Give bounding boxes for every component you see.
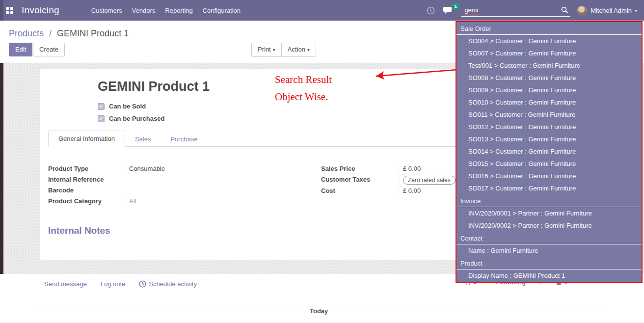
activities-clock-icon[interactable] [427,6,435,15]
user-menu[interactable]: Mitchell Admin ▾ [577,6,637,15]
customer-tax-pill: Zero rated sales [403,176,456,185]
search-result-item[interactable]: Display Name : GEMINI Product 1 [456,269,642,282]
chevron-down-icon: ▾ [273,47,275,53]
breadcrumb-products-link[interactable]: Products [9,28,44,38]
breadcrumb-separator: / [46,28,54,38]
can-be-sold-label: Can be Sold [109,103,146,110]
search-result-item[interactable]: SO011 > Customer : Gemini Furniture [456,108,642,121]
breadcrumb-current: GEMINI Product 1 [57,28,129,38]
field-value: Zero rated sales [399,176,456,185]
can-be-purchased-checkbox: ✔ [98,115,105,122]
field-value: Consumable [125,165,165,173]
search-group-header-invoice: Invoice [456,194,642,207]
can-be-purchased-row: ✔ Can be Purchased [98,115,164,122]
product-title: GEMINI Product 1 [98,79,210,94]
field-value [125,176,129,184]
tab-sales[interactable]: Sales [125,132,161,147]
action-label: Action [288,46,305,53]
divider-line [334,311,607,311]
apps-menu-icon[interactable] [6,7,13,14]
tab-purchase[interactable]: Purchase [161,132,207,147]
print-action-group: Print▾ Action▾ [251,43,316,57]
search-input[interactable]: gemi [461,4,570,17]
field-label: Product Category [48,197,125,205]
search-result-item[interactable]: SO017 > Customer : Gemini Furniture [456,182,642,194]
search-result-item[interactable]: SO007 > Customer : Gemini Furniture [456,47,642,59]
search-result-item[interactable]: SO004 > Customer : Gemini Furniture [456,35,642,47]
menu-configuration[interactable]: Configuration [198,0,245,21]
search-result-item[interactable]: SO008 > Customer : Gemini Furniture [456,72,642,84]
search-result-item[interactable]: INV/2020/0001 > Partner : Gemini Furnitu… [456,207,642,219]
search-results-dropdown: Sale Order SO004 > Customer : Gemini Fur… [456,21,643,283]
field-label: Cost [321,187,399,194]
menu-vendors[interactable]: Vendors [127,0,161,21]
can-be-purchased-label: Can be Purchased [109,115,164,122]
search-result-item[interactable]: SO014 > Customer : Gemini Furniture [456,145,642,158]
can-be-sold-checkbox: ✔ [98,103,105,110]
annotation-line-1: Search Result [275,71,332,88]
main-menu: Customers Vendors Reporting Configuratio… [86,0,245,21]
field-product-type: Product Type Consumable [48,164,284,175]
search-result-item[interactable]: INV/2020/0002 > Partner : Gemini Furnitu… [456,219,642,232]
today-label: Today [303,307,334,315]
field-value: £ 0.00 [399,165,421,173]
action-button[interactable]: Action▾ [281,43,316,57]
field-label: Customer Taxes [321,176,399,183]
left-dark-strip [0,63,3,274]
print-button[interactable]: Print▾ [251,43,281,57]
top-navbar: Invoicing Customers Vendors Reporting Co… [0,0,644,21]
field-label: Sales Price [321,165,399,172]
search-input-value: gemi [464,6,561,14]
field-barcode: Barcode [48,186,284,196]
field-value: £ 0.00 [399,187,421,195]
search-group-header-product: Product [456,257,642,269]
annotation-text: Search Result Object Wise. [275,71,332,106]
chatter-buttons: Send message Log note Schedule activity [44,280,211,288]
annotation-arrow [369,67,458,81]
chevron-down-icon: ▾ [307,47,310,53]
user-avatar [577,6,587,15]
breadcrumb: Products / GEMINI Product 1 [9,28,129,39]
invoicing-app-screen: Invoicing Customers Vendors Reporting Co… [0,0,644,323]
search-result-item[interactable]: SO015 > Customer : Gemini Furniture [456,158,642,170]
field-value [125,187,129,195]
user-name: Mitchell Admin [590,7,632,14]
divider-line [37,311,303,311]
field-label: Internal Reference [48,176,125,183]
search-result-item[interactable]: SO016 > Customer : Gemini Furniture [456,170,642,182]
search-result-item[interactable]: SO010 > Customer : Gemini Furniture [456,96,642,108]
send-message-button[interactable]: Send message [44,280,87,288]
clock-icon [139,280,146,288]
menu-customers[interactable]: Customers [86,0,127,21]
edit-button[interactable]: Edit [9,43,32,56]
search-result-item[interactable]: SO012 > Customer : Gemini Furniture [456,121,642,133]
search-result-item[interactable]: Name : Gemini Furniture [456,244,642,257]
messages-icon[interactable]: 1 [443,6,454,15]
chevron-down-icon: ▾ [635,8,637,13]
schedule-activity-label: Schedule activity [149,280,197,288]
internal-notes-heading: Internal Notes [48,225,110,236]
messages-badge: 1 [452,3,459,10]
menu-reporting[interactable]: Reporting [160,0,197,21]
search-icon[interactable] [561,6,568,14]
search-result-item[interactable]: SO009 > Customer : Gemini Furniture [456,84,642,96]
app-name[interactable]: Invoicing [22,5,59,16]
create-button[interactable]: Create [33,43,65,56]
field-product-category: Product Category All [48,196,284,207]
can-be-sold-row: ✔ Can be Sold [98,103,146,110]
today-divider: Today [37,307,607,315]
navbar-right: 1 gemi Mitchell Admin ▾ [427,4,644,17]
tab-general-information[interactable]: General Information [48,131,125,147]
schedule-activity-button[interactable]: Schedule activity [139,280,197,288]
field-label: Barcode [48,187,125,194]
annotation-line-2: Object Wise. [275,88,332,106]
left-field-group: Product Type Consumable Internal Referen… [48,164,284,207]
search-result-item[interactable]: Test/001 > Customer : Gemini Furniture [456,59,642,72]
print-label: Print [258,46,271,53]
search-group-header-contact: Contact [456,232,642,244]
search-result-item[interactable]: SO013 > Customer : Gemini Furniture [456,133,642,145]
search-group-header-sale-order: Sale Order [456,22,642,35]
log-note-button[interactable]: Log note [101,280,126,288]
field-label: Product Type [48,165,125,172]
product-category-link[interactable]: All [125,197,136,206]
